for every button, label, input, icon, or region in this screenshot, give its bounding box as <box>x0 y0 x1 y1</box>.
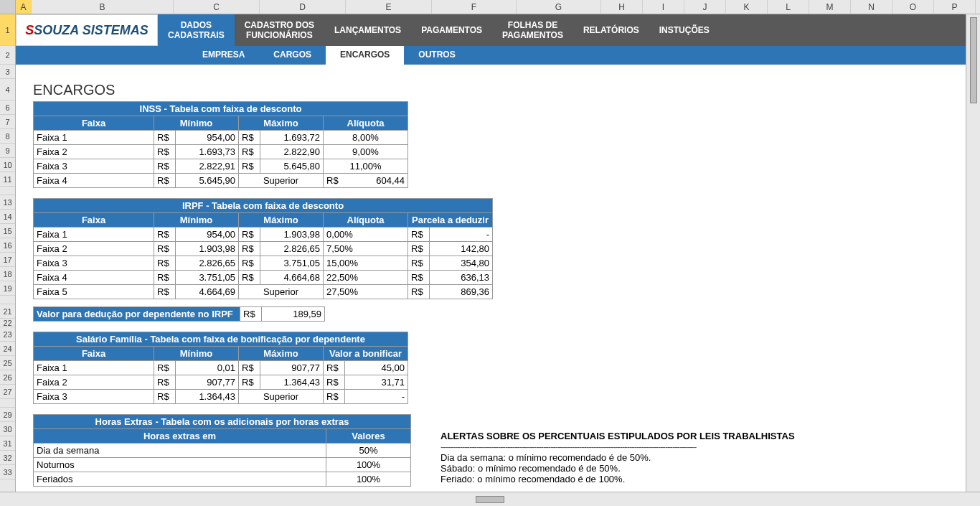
row-header-7[interactable]: 7 <box>0 115 15 129</box>
row-header-23[interactable]: 23 <box>0 327 15 342</box>
column-headers: ABCDEFGHIJKLMNOP <box>0 0 980 14</box>
row-header-27[interactable]: 27 <box>0 385 15 399</box>
table-row: Faixa 1R$0,01R$907,77R$45,00 <box>34 361 408 375</box>
col-header-O[interactable]: O <box>892 0 934 14</box>
row-header-24[interactable]: 24 <box>0 342 15 356</box>
col-header-I[interactable]: I <box>643 0 684 14</box>
vertical-scrollbar[interactable] <box>966 14 980 492</box>
inss-table: INSS - Tabela com faixa de desconto Faix… <box>33 101 408 188</box>
row-header-4[interactable]: 4 <box>0 79 15 100</box>
row-header-19[interactable]: 19 <box>0 281 15 296</box>
table-row: Feriados100% <box>34 472 411 487</box>
col-header-A[interactable]: A <box>16 0 32 14</box>
row-header-30[interactable]: 30 <box>0 422 15 436</box>
alert-title: ALERTAS SOBRE OS PERCENTUAIS ESTIPULADOS… <box>440 431 795 441</box>
row-header-9[interactable]: 9 <box>0 144 15 158</box>
table-row: Noturnos100% <box>34 458 411 472</box>
row-header-13[interactable]: 13 <box>0 195 15 210</box>
menu-item-5[interactable]: RELATÓRIOS <box>573 14 649 46</box>
table-row: Faixa 1R$954,00R$1.903,980,00%R$- <box>34 228 493 242</box>
row-header-21[interactable]: 21 <box>0 304 15 319</box>
irpf-title: IRPF - Tabela com faixa de desconto <box>34 199 493 213</box>
table-row: Faixa 3R$2.822,91R$5.645,8011,00% <box>34 159 408 174</box>
table-row: Faixa 3R$2.826,65R$3.751,0515,00%R$354,8… <box>34 256 493 271</box>
row-header-16[interactable]: 16 <box>0 238 15 253</box>
row-header-32[interactable]: 32 <box>0 451 15 465</box>
table-row: Faixa 2R$907,77R$1.364,43R$31,71 <box>34 375 408 390</box>
col-header-E[interactable]: E <box>346 0 432 14</box>
salfam-title: Salário Família - Tabela com faixa de bo… <box>34 332 408 347</box>
table-row: Faixa 4R$3.751,05R$4.664,6822,50%R$636,1… <box>34 271 493 285</box>
row-header-8[interactable]: 8 <box>0 129 15 144</box>
row-header-1[interactable]: 1 <box>0 14 15 46</box>
alert-line: Feriado: o mínimo recomendado é de 100%. <box>440 474 795 484</box>
table-row: Faixa 4R$5.645,90SuperiorR$604,44 <box>34 174 408 188</box>
row-header-18[interactable]: 18 <box>0 267 15 281</box>
select-all-corner[interactable] <box>0 0 16 14</box>
alert-line: Dia da semana: o mínimo recomendado é de… <box>440 452 795 463</box>
table-row: Faixa 2R$1.903,98R$2.826,657,50%R$142,80 <box>34 242 493 256</box>
col-header-C[interactable]: C <box>174 0 260 14</box>
alerts-panel: ALERTAS SOBRE OS PERCENTUAIS ESTIPULADOS… <box>440 431 795 484</box>
col-header-P[interactable]: P <box>934 0 976 14</box>
dep-row: Valor para dedução por dependente no IRP… <box>33 306 325 322</box>
row-header-17[interactable]: 17 <box>0 253 15 267</box>
submenu-item-encargos[interactable]: ENCARGOS <box>326 46 404 65</box>
row-header-11[interactable]: 11 <box>0 172 15 187</box>
row-header-33[interactable]: 33 <box>0 465 15 479</box>
horizontal-scrollbar[interactable] <box>0 492 980 506</box>
row-header-25[interactable]: 25 <box>0 356 15 370</box>
row-header-3[interactable]: 3 <box>0 65 15 79</box>
menu-item-3[interactable]: PAGAMENTOS <box>411 14 492 46</box>
col-header-M[interactable]: M <box>809 0 851 14</box>
row-header-26[interactable]: 26 <box>0 370 15 385</box>
main-menu-bar: SSOUZA SISTEMAS DADOSCADASTRAISCADASTRO … <box>16 14 980 46</box>
row-header-gap[interactable] <box>0 187 15 195</box>
menu-item-1[interactable]: CADASTRO DOSFUNCIONÁRIOS <box>235 14 324 46</box>
page-title: ENCARGOS <box>33 82 493 98</box>
submenu-item-cargos[interactable]: CARGOS <box>259 46 326 65</box>
col-header-J[interactable]: J <box>684 0 726 14</box>
row-header-2[interactable]: 2 <box>0 46 15 65</box>
col-header-G[interactable]: G <box>517 0 601 14</box>
worksheet[interactable]: SSOUZA SISTEMAS DADOSCADASTRAISCADASTRO … <box>16 14 980 492</box>
horas-table: Horas Extras - Tabela com os adicionais … <box>33 414 411 487</box>
col-header-D[interactable]: D <box>260 0 346 14</box>
alert-line: Sábado: o mínimo recomendado é de 50%. <box>440 463 795 474</box>
col-header-N[interactable]: N <box>851 0 892 14</box>
row-headers: 1234678910111314151617181921222324252627… <box>0 14 16 492</box>
menu-item-0[interactable]: DADOSCADASTRAIS <box>158 14 235 46</box>
sub-menu-bar: EMPRESACARGOSENCARGOSOUTROS <box>16 46 980 65</box>
table-row: Faixa 3R$1.364,43SuperiorR$- <box>34 390 408 404</box>
submenu-item-empresa[interactable]: EMPRESA <box>188 46 259 65</box>
table-row: Dia da semana50% <box>34 444 411 458</box>
table-row: Faixa 1R$954,00R$1.693,728,00% <box>34 131 408 145</box>
menu-item-6[interactable]: INSTUÇÕES <box>649 14 720 46</box>
inss-title: INSS - Tabela com faixa de desconto <box>34 102 408 116</box>
col-header-H[interactable]: H <box>601 0 643 14</box>
table-row: Faixa 5R$4.664,69Superior27,50%R$869,36 <box>34 285 493 299</box>
row-header-31[interactable]: 31 <box>0 436 15 451</box>
row-header-10[interactable]: 10 <box>0 158 15 172</box>
salfam-table: Salário Família - Tabela com faixa de bo… <box>33 332 408 404</box>
col-header-B[interactable]: B <box>32 0 174 14</box>
row-header-gap[interactable] <box>0 399 15 408</box>
row-header-22[interactable]: 22 <box>0 319 15 327</box>
col-header-L[interactable]: L <box>768 0 809 14</box>
col-header-K[interactable]: K <box>726 0 768 14</box>
horas-title: Horas Extras - Tabela com os adicionais … <box>34 415 411 429</box>
logo: SSOUZA SISTEMAS <box>16 14 158 46</box>
row-header-14[interactable]: 14 <box>0 210 15 224</box>
table-row: Faixa 2R$1.693,73R$2.822,909,00% <box>34 145 408 159</box>
row-header-gap[interactable] <box>0 296 15 304</box>
row-header-29[interactable]: 29 <box>0 408 15 422</box>
menu-item-4[interactable]: FOLHAS DEPAGAMENTOS <box>492 14 573 46</box>
submenu-item-outros[interactable]: OUTROS <box>404 46 469 65</box>
row-header-6[interactable]: 6 <box>0 100 15 115</box>
irpf-table: IRPF - Tabela com faixa de desconto Faix… <box>33 198 493 299</box>
row-header-15[interactable]: 15 <box>0 224 15 238</box>
col-header-F[interactable]: F <box>432 0 517 14</box>
menu-item-2[interactable]: LANÇAMENTOS <box>324 14 411 46</box>
